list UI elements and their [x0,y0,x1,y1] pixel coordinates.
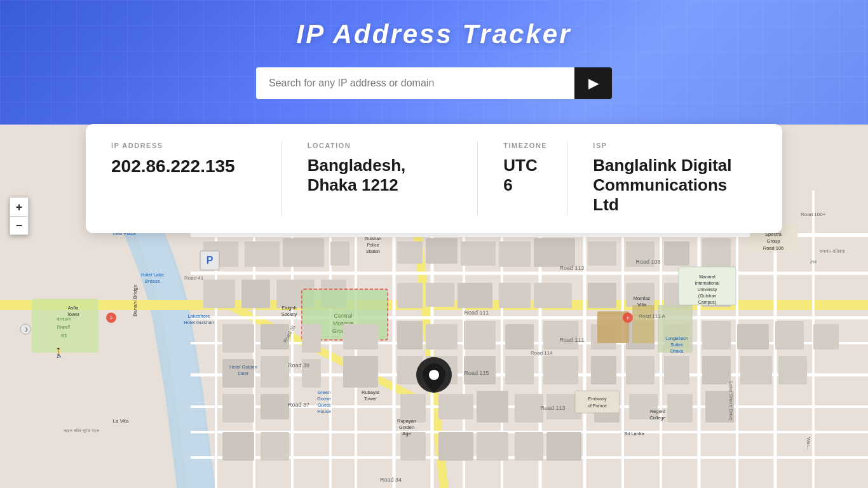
svg-rect-73 [737,324,769,349]
location-label: LOCATION [308,142,452,149]
svg-text:Lake Shore Drive: Lake Shore Drive [728,381,734,421]
svg-rect-83 [505,356,534,384]
svg-rect-42 [397,241,423,264]
location-value: Bangladesh, Dhaka 1212 [308,156,452,195]
svg-text:Road 113 A: Road 113 A [639,313,665,319]
svg-rect-103 [261,432,289,461]
timezone-section: TIMEZONE UTC 6 [484,142,560,195]
svg-rect-66 [464,321,496,349]
svg-rect-90 [778,356,807,384]
svg-text:of France: of France [588,403,607,408]
svg-text:☽: ☽ [23,327,28,333]
svg-text:Road 100+: Road 100+ [801,212,826,217]
search-button[interactable]: ▶ [574,67,612,99]
ip-section: IP ADDRESS 202.86.222.135 [111,142,275,177]
svg-rect-87 [664,356,689,384]
svg-text:Road 34: Road 34 [380,477,402,483]
svg-text:মাঠ: মাঠ [61,333,67,339]
svg-text:Tower: Tower [364,396,377,402]
divider-1 [281,142,282,215]
svg-text:Manarat: Manarat [699,274,715,279]
svg-text:Goose: Goose [317,396,331,402]
ip-label: IP ADDRESS [111,142,256,149]
svg-text:Villa: Villa [637,302,647,308]
svg-text:Lakeshore: Lakeshore [187,313,210,319]
svg-rect-33 [203,280,235,308]
search-input[interactable] [256,67,574,99]
svg-text:Road 114: Road 114 [531,350,553,356]
svg-text:Gulshan: Gulshan [365,236,381,241]
svg-text:Rubayat: Rubayat [362,390,380,395]
svg-rect-85 [591,356,616,384]
svg-text:ক্রিকেট: ক্রিকেট [57,325,71,330]
svg-rect-88 [702,356,731,384]
location-section: LOCATION Bangladesh, Dhaka 1212 [288,142,471,195]
svg-text:🚶: 🚶 [53,348,65,358]
svg-text:Eidgah: Eidgah [281,305,296,311]
svg-rect-49 [664,241,689,266]
svg-text:Sri Lanka: Sri Lanka [624,431,645,437]
svg-text:Rupayan: Rupayan [397,418,416,424]
svg-text:Road 106: Road 106 [763,245,784,251]
svg-text:Wal...: Wal... [806,437,811,450]
svg-rect-64 [397,321,423,349]
svg-rect-34 [241,280,270,308]
svg-text:Road 37: Road 37 [288,402,309,408]
svg-rect-67 [505,324,534,349]
svg-text:Road 108: Road 108 [635,259,660,265]
svg-text:Station: Station [366,249,380,254]
svg-rect-63 [343,324,378,349]
zoom-in-button[interactable]: + [10,197,29,216]
svg-rect-86 [626,356,654,384]
svg-rect-102 [222,432,254,461]
svg-text:Hotel Lake: Hotel Lake [141,272,164,278]
svg-text:+: + [626,315,630,322]
info-card: IP ADDRESS 202.86.222.135 LOCATION Bangl… [86,124,782,233]
svg-text:Road 111: Road 111 [464,309,489,316]
zoom-out-button[interactable]: − [10,216,29,235]
svg-rect-46 [534,238,575,267]
svg-text:Age: Age [402,431,410,437]
svg-text:Breeze: Breeze [145,278,160,284]
svg-rect-112 [632,305,654,343]
svg-text:+: + [109,315,113,322]
svg-rect-139 [679,267,736,305]
divider-3 [567,142,567,215]
isp-label: ISP [593,142,738,149]
svg-text:International: International [695,281,720,285]
divider-2 [477,142,478,215]
svg-text:লেক: লেক [810,259,817,265]
svg-rect-84 [543,356,578,384]
svg-text:বাংলাদেশ: বাংলাদেশ [57,316,71,322]
svg-rect-108 [546,432,581,461]
svg-rect-47 [588,241,616,266]
svg-rect-44 [461,241,496,266]
svg-rect-43 [426,238,458,264]
svg-text:Society: Society [281,311,297,317]
svg-rect-30 [245,241,280,267]
svg-rect-56 [588,283,616,308]
svg-text:LongBeach: LongBeach [665,336,688,341]
svg-text:Banani Bridge: Banani Bridge [132,284,138,316]
svg-rect-148 [575,391,620,413]
svg-rect-100 [667,394,693,423]
svg-rect-54 [499,283,531,308]
svg-rect-77 [261,356,289,388]
svg-rect-50 [702,238,731,267]
svg-text:P: P [207,255,214,266]
svg-rect-60 [222,324,254,353]
svg-text:University: University [698,287,717,292]
svg-rect-96 [515,394,543,423]
svg-rect-51 [397,283,423,308]
svg-point-192 [429,370,439,380]
svg-text:Road 41: Road 41 [184,275,204,281]
timezone-value: UTC 6 [503,156,541,195]
svg-text:Dhaka: Dhaka [670,349,683,353]
svg-rect-89 [740,356,772,384]
svg-text:Group: Group [767,238,780,244]
svg-text:Campus): Campus) [698,300,716,305]
svg-text:Suites: Suites [670,342,683,347]
svg-text:Asfia: Asfia [68,305,79,311]
svg-text:Tower: Tower [67,311,80,317]
svg-rect-32 [330,241,349,266]
